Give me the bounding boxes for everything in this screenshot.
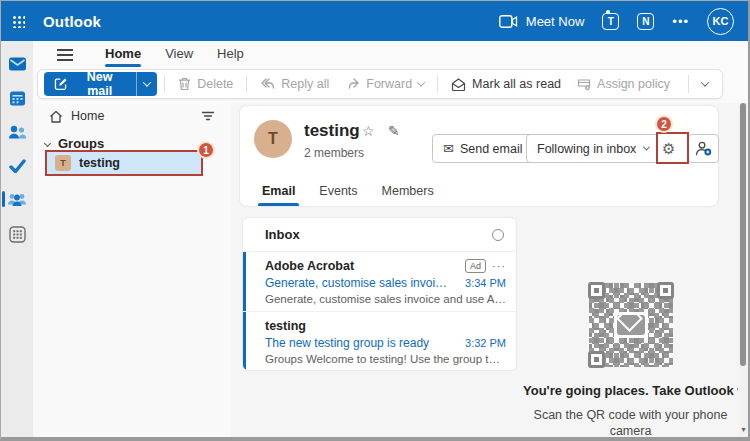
folder-pane: Home Groups T testing 1 xyxy=(33,103,231,437)
calendar-icon xyxy=(9,90,26,107)
favorite-star-icon[interactable]: ☆ xyxy=(362,123,375,139)
rail-people-button[interactable] xyxy=(1,117,33,147)
reply-all-button[interactable]: Reply all xyxy=(252,72,337,96)
tab-view[interactable]: View xyxy=(155,42,203,67)
reply-all-icon xyxy=(260,78,275,90)
rail-calendar-button[interactable] xyxy=(1,83,33,113)
message-row-testing[interactable]: testing The new testing group is ready 3… xyxy=(243,311,516,370)
group-header-card: T testing ☆ ✎ 2 members ✉ Send email Fol… xyxy=(239,105,719,207)
inbox-title: Inbox xyxy=(265,227,300,242)
chevron-down-icon xyxy=(417,78,425,86)
envelope-icon: ✉ xyxy=(443,141,454,156)
chevron-down-icon xyxy=(44,140,51,147)
promo-scan-text: Scan the QR code with your phone camera … xyxy=(523,407,738,441)
message-row-adobe[interactable]: Adobe Acrobat Ad ··· Generate, customise… xyxy=(243,252,516,311)
topbar-more-button[interactable]: ••• xyxy=(672,14,689,29)
forward-button[interactable]: Forward xyxy=(337,72,432,96)
delete-button[interactable]: Delete xyxy=(170,72,241,96)
message-preview: Groups Welcome to testing! Use the group… xyxy=(265,353,506,365)
video-camera-icon xyxy=(499,15,518,28)
hamburger-menu-button[interactable] xyxy=(57,48,75,60)
home-icon xyxy=(49,110,63,123)
message-subject: The new testing group is ready xyxy=(265,336,429,350)
forward-icon xyxy=(345,78,360,90)
promo-headline: You're going places. Take Outlook with y xyxy=(523,383,738,398)
chevron-down-icon xyxy=(143,78,151,86)
toolbar-overflow-button[interactable] xyxy=(694,72,716,96)
message-sender: testing xyxy=(265,319,306,333)
topbar-actions: Meet Now T N ••• KC xyxy=(499,8,748,35)
add-member-button[interactable] xyxy=(688,134,719,163)
scrollbar-down-arrow[interactable]: ▾ xyxy=(739,424,748,436)
inbox-card: Inbox Adobe Acrobat Ad ··· Generate, cus… xyxy=(242,217,517,371)
send-email-button[interactable]: ✉ Send email xyxy=(432,134,533,163)
app-rail xyxy=(1,41,33,437)
scrollbar-thumb[interactable] xyxy=(740,103,746,366)
message-more-button[interactable]: ··· xyxy=(492,260,506,272)
tab-events[interactable]: Events xyxy=(311,178,365,206)
following-in-inbox-dropdown[interactable]: Following in inbox xyxy=(526,134,660,163)
message-time: 3:34 PM xyxy=(465,277,506,289)
group-title: testing xyxy=(304,121,360,141)
ribbon-tabs: Home View Help xyxy=(95,42,254,67)
tab-email[interactable]: Email xyxy=(254,178,303,206)
mail-icon xyxy=(8,56,27,72)
message-preview: Generate, customise sales invoice and us… xyxy=(265,293,506,305)
annotation-step-1: 1 xyxy=(197,141,215,159)
rail-groups-button[interactable] xyxy=(1,184,33,214)
group-avatar: T xyxy=(55,155,71,171)
rail-more-apps-button[interactable] xyxy=(1,219,33,249)
app-title[interactable]: Outlook xyxy=(43,13,101,30)
ribbon-row: Home View Help xyxy=(33,41,748,67)
group-member-count: 2 members xyxy=(304,146,364,160)
app-launcher-button[interactable] xyxy=(1,1,35,41)
compose-icon xyxy=(54,77,68,91)
assign-policy-button[interactable]: Assign policy xyxy=(569,72,678,96)
outlook-window: Outlook Meet Now T N ••• KC xyxy=(0,0,750,441)
onenote-icon[interactable]: N xyxy=(637,13,654,30)
assign-policy-icon xyxy=(577,78,591,91)
command-toolbar: New mail Delete Reply all xyxy=(37,69,723,99)
new-mail-split-button: New mail xyxy=(44,72,157,96)
group-avatar-large: T xyxy=(254,120,292,158)
mark-all-read-button[interactable]: Mark all as read xyxy=(443,72,569,96)
teams-icon[interactable]: T xyxy=(602,13,619,30)
qr-envelope-icon xyxy=(614,312,648,338)
open-envelope-icon xyxy=(451,78,466,91)
tab-members[interactable]: Members xyxy=(374,178,442,206)
todo-check-icon xyxy=(9,159,26,173)
outlook-mobile-promo: You're going places. Take Outlook with y… xyxy=(523,273,738,441)
toolbar-row: New mail Delete Reply all xyxy=(33,67,748,103)
main-content: T testing ☆ ✎ 2 members ✉ Send email Fol… xyxy=(231,103,748,437)
sync-status-icon[interactable] xyxy=(492,229,504,241)
annotation-step-2: 2 xyxy=(655,115,673,133)
group-settings-gear-button[interactable]: ⚙ xyxy=(654,134,683,163)
tab-help[interactable]: Help xyxy=(207,42,254,67)
gear-icon: ⚙ xyxy=(662,140,675,158)
message-sender: Adobe Acrobat xyxy=(265,259,354,273)
meet-now-button[interactable]: Meet Now xyxy=(499,14,585,29)
person-add-icon xyxy=(695,141,712,156)
vertical-scrollbar: ▾ xyxy=(739,103,748,437)
new-mail-button[interactable]: New mail xyxy=(44,72,136,96)
edit-pencil-icon[interactable]: ✎ xyxy=(388,123,400,139)
trash-icon xyxy=(178,77,191,91)
message-time: 3:32 PM xyxy=(465,337,506,349)
rail-todo-button[interactable] xyxy=(1,151,33,181)
groups-icon xyxy=(7,192,27,207)
chevron-down-icon xyxy=(643,144,650,151)
meet-now-label: Meet Now xyxy=(526,14,585,29)
filter-icon[interactable] xyxy=(201,111,215,121)
group-item-testing[interactable]: T testing xyxy=(45,150,203,176)
group-item-label: testing xyxy=(79,156,120,170)
group-content-tabs: Email Events Members xyxy=(254,178,442,206)
people-icon xyxy=(8,125,27,140)
account-avatar[interactable]: KC xyxy=(707,8,734,35)
inbox-header: Inbox xyxy=(243,218,516,252)
qr-code xyxy=(589,283,673,367)
chevron-down-icon xyxy=(701,78,709,86)
new-mail-dropdown[interactable] xyxy=(136,72,157,96)
message-subject: Generate, customise sales invoice and us… xyxy=(265,276,450,290)
tab-home[interactable]: Home xyxy=(95,42,151,67)
rail-mail-button[interactable] xyxy=(1,49,33,79)
